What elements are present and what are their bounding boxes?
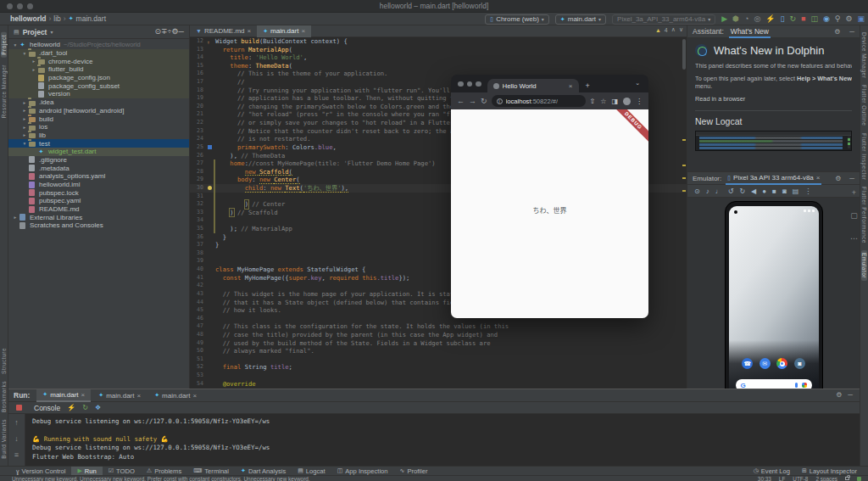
- swatch-gutter-icon[interactable]: [207, 143, 215, 152]
- tree-item-lib[interactable]: ▸lib: [8, 131, 189, 140]
- devtools-button[interactable]: ❖: [95, 401, 101, 414]
- tree-item-flutter-build[interactable]: ▸flutter_build: [8, 65, 189, 74]
- code-line-51[interactable]: 51: [190, 355, 687, 364]
- line-number[interactable]: 20: [190, 103, 207, 111]
- lens-icon[interactable]: [802, 383, 807, 388]
- reload-button[interactable]: ↻: [481, 97, 487, 105]
- tree-item-build[interactable]: ▸build: [8, 115, 189, 123]
- hot-reload-button[interactable]: ⚡: [67, 401, 75, 414]
- code-line-50[interactable]: 50 // always marked "final".: [190, 347, 687, 355]
- warning-mark[interactable]: [682, 177, 686, 179]
- lock-icon[interactable]: [845, 477, 849, 480]
- code-line-12[interactable]: 12↑Widget build(BuildContext context) {: [190, 37, 687, 46]
- tab-main-dart[interactable]: ✦ main.dart: [257, 25, 311, 37]
- zoom-in-button[interactable]: +: [850, 187, 858, 199]
- close-icon[interactable]: [248, 27, 252, 35]
- line-number[interactable]: 13: [190, 46, 207, 54]
- line-number[interactable]: 28: [190, 168, 207, 176]
- chrome-tab[interactable]: Hello World: [487, 79, 579, 92]
- code-line-52[interactable]: 52 final String title;: [190, 363, 687, 372]
- emulator-viewport[interactable]: ☎ ✉ ◙ G: [687, 198, 860, 389]
- tool-window-button-profiler[interactable]: ∿Profiler: [394, 467, 434, 476]
- expand-icon[interactable]: ▸: [21, 108, 28, 113]
- line-number[interactable]: 16: [190, 70, 207, 78]
- code-line-15[interactable]: 15 theme: ThemeData(: [190, 62, 687, 70]
- run-tab-3[interactable]: ✦main.dart: [148, 389, 203, 402]
- gear-icon[interactable]: ⚙: [834, 28, 840, 36]
- line-number[interactable]: 38: [190, 249, 207, 258]
- tool-strip-button-flutter-inspector[interactable]: Flutter Inspector: [861, 133, 867, 180]
- camera-app-icon[interactable]: ◙: [794, 358, 805, 369]
- side-panel-icon[interactable]: ◨: [611, 98, 618, 105]
- messages-app-icon[interactable]: ✉: [760, 358, 771, 369]
- chevron-down-icon[interactable]: ⌄: [635, 80, 640, 87]
- expand-icon[interactable]: ▾: [21, 51, 28, 56]
- tab-console[interactable]: Console: [34, 404, 60, 412]
- scroll-up-button[interactable]: ↑: [14, 417, 19, 429]
- line-number[interactable]: 53: [190, 372, 207, 380]
- breadcrumb-lib[interactable]: lib: [53, 14, 61, 23]
- tree-item-ios[interactable]: ▸ios: [8, 123, 189, 131]
- stop-button[interactable]: [16, 405, 22, 411]
- line-number[interactable]: 31: [190, 193, 207, 201]
- line-number[interactable]: 54: [190, 380, 207, 389]
- overview-button[interactable]: ■: [772, 185, 776, 198]
- tool-window-button-logcat[interactable]: ▤Logcat: [292, 467, 331, 476]
- tree-item-scratches-and-consoles[interactable]: Scratches and Consoles: [8, 221, 189, 230]
- prev-warning-icon[interactable]: ∧: [671, 26, 676, 33]
- site-info-icon[interactable]: i: [497, 98, 503, 104]
- run-config-selector[interactable]: ✦ main.dart ▾: [555, 14, 606, 25]
- line-number[interactable]: 41: [190, 274, 207, 282]
- line-number[interactable]: 32: [190, 200, 207, 209]
- tree-item-.idea[interactable]: ▸.idea: [8, 98, 189, 107]
- close-button[interactable]: [458, 81, 464, 87]
- close-icon[interactable]: [81, 391, 86, 399]
- soft-wrap-button[interactable]: ≡: [14, 449, 19, 461]
- tool-window-button-layout-inspector[interactable]: ⊞Layout Inspector: [796, 467, 863, 476]
- connect-device-button[interactable]: ◉: [823, 13, 830, 25]
- line-number[interactable]: 35: [190, 225, 207, 233]
- expand-icon[interactable]: ▾: [12, 42, 19, 48]
- phone-app-icon[interactable]: ☎: [742, 358, 753, 369]
- tree-item-chrome-device[interactable]: ▸chrome-device: [8, 57, 189, 65]
- snapshots-button[interactable]: ▤: [793, 185, 799, 198]
- tree-item-analysis-options.yaml[interactable]: analysis_options.yaml: [8, 172, 189, 181]
- more-options-button[interactable]: ⋯: [850, 232, 858, 245]
- tool-strip-button-flutter-performance[interactable]: Flutter Performance: [861, 187, 867, 243]
- expand-icon[interactable]: ▾: [21, 141, 28, 146]
- indent-setting[interactable]: 2 spaces: [815, 476, 837, 481]
- line-number[interactable]: 40: [190, 266, 207, 274]
- code-line-53[interactable]: 53: [190, 372, 687, 380]
- device-selector[interactable]: ▯ Chrome (web) ▾: [485, 14, 549, 25]
- run-button[interactable]: ▶: [721, 13, 727, 25]
- expand-icon[interactable]: ▸: [21, 125, 28, 130]
- line-number[interactable]: 36: [190, 233, 207, 242]
- tree-item-package-config-subset[interactable]: package_config_subset: [8, 81, 189, 90]
- line-number[interactable]: 27: [190, 159, 207, 168]
- expand-icon[interactable]: ▸: [12, 215, 19, 220]
- reader-mode-icon[interactable]: [857, 477, 861, 481]
- breadcrumb-project[interactable]: helloworld: [10, 14, 47, 23]
- tool-strip-button-resource-manager[interactable]: Resource Manager: [1, 64, 7, 118]
- tree-item-helloworld.iml[interactable]: helloworld.iml: [8, 181, 189, 189]
- tool-window-button-dart-analysis[interactable]: ✦Dart Analysis: [235, 467, 292, 476]
- profile-button[interactable]: ◔: [744, 13, 748, 25]
- close-icon[interactable]: [137, 392, 142, 400]
- hide-button[interactable]: ─: [179, 25, 184, 38]
- power-button[interactable]: ⊙: [694, 185, 700, 198]
- expand-icon[interactable]: ▸: [21, 132, 28, 137]
- code-line-49[interactable]: 49 // used by the build method of the St…: [190, 339, 687, 348]
- tool-window-button-run[interactable]: ▶Run: [71, 467, 102, 476]
- line-number[interactable]: 50: [190, 347, 207, 355]
- expand-icon[interactable]: ▸: [31, 67, 37, 72]
- expand-icon[interactable]: ▸: [21, 100, 28, 105]
- chrome-app-icon[interactable]: [776, 358, 787, 369]
- line-number[interactable]: 12: [190, 37, 207, 46]
- profile-avatar[interactable]: ▣: [857, 13, 865, 25]
- line-number[interactable]: 24: [190, 135, 207, 143]
- console-output[interactable]: Debug service listening on ws://127.0.0.…: [25, 414, 860, 466]
- breadcrumb-file[interactable]: main.dart: [76, 14, 106, 23]
- line-number[interactable]: 26: [190, 152, 207, 160]
- expand-icon[interactable]: ▸: [31, 59, 37, 64]
- line-number[interactable]: 42: [190, 282, 207, 290]
